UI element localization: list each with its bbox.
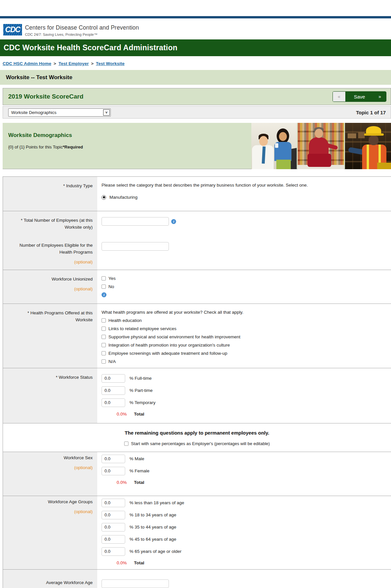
unionized-info-row: i (102, 292, 386, 297)
average-age-input[interactable] (102, 579, 169, 588)
total-employees-label: * Total Number of Employees (at this Wor… (12, 217, 93, 231)
manufacturing-radio[interactable] (102, 195, 106, 200)
supportive-environment-checkbox[interactable] (102, 335, 106, 339)
age-under18-input[interactable] (102, 499, 125, 507)
agency-name: Centers for Disease Control and Preventi… (25, 24, 139, 31)
permanent-note-text: The remaining questions apply to permane… (3, 430, 391, 436)
na-checkbox[interactable] (102, 359, 106, 364)
row-workforce-sex: Workforce Sex (optional) % Male % Female… (3, 452, 391, 496)
row-industry-type: * Industry Type Please select the catego… (3, 177, 391, 211)
age-35-44-row: % 35 to 44 years of age (102, 523, 386, 531)
age-35-44-input[interactable] (102, 523, 125, 531)
male-row: % Male (102, 455, 386, 463)
age-groups-optional: (optional) (12, 509, 93, 515)
row-workforce-unionized: Workforce Unionized (optional) Yes No i (3, 270, 391, 304)
fulltime-percent-input[interactable] (102, 374, 125, 383)
industry-type-prompt: Please select the category that best des… (102, 183, 386, 188)
row-health-programs: * Health Programs Offered at this Worksi… (3, 304, 391, 368)
previous-topic-button[interactable]: « (333, 92, 345, 102)
save-button[interactable]: Save (345, 92, 374, 102)
row-workforce-status: * Workforce Status % Full-time % Part-ti… (3, 368, 391, 423)
health-programs-prompt: What health programs are offered at your… (102, 310, 386, 315)
topic-select[interactable]: Worksite Demographics ˅ (8, 108, 111, 117)
workforce-sex-optional: (optional) (12, 464, 93, 471)
next-topic-button[interactable]: » (374, 92, 386, 102)
row-employee-counts: * Total Number of Employees (at this Wor… (3, 211, 391, 270)
info-icon[interactable]: i (171, 219, 176, 224)
chevron-left-icon: « (338, 94, 340, 99)
eligible-employees-input[interactable] (102, 242, 169, 251)
breadcrumb: CDC HSC Admin Home>Test Employer>Test Wo… (3, 61, 391, 66)
age-under18-row: % less than 18 years of age (102, 499, 386, 507)
breadcrumb-separator: > (54, 61, 56, 66)
info-icon[interactable]: i (102, 292, 106, 297)
status-total-label: Total (134, 412, 144, 417)
female-row: % Female (102, 467, 386, 475)
sex-total-value: 0.0% (117, 480, 127, 485)
breadcrumb-link-admin-home[interactable]: CDC HSC Admin Home (3, 61, 51, 66)
cdc-logo[interactable]: CDC (3, 24, 22, 35)
health-program-option: Integration of health promotion into you… (102, 343, 386, 348)
topic-select-value: Worksite Demographics (11, 110, 57, 115)
health-education-checkbox[interactable] (102, 318, 106, 323)
workforce-status-label: * Workforce Status (3, 368, 97, 423)
age-65plus-input[interactable] (102, 547, 125, 556)
chevron-right-icon: » (379, 94, 381, 99)
total-employees-input[interactable] (102, 217, 169, 226)
age-total-value: 0.0% (117, 560, 127, 565)
age-45-64-input[interactable] (102, 535, 125, 544)
health-programs-label: * Health Programs Offered at this Worksi… (3, 304, 97, 368)
unionized-option-no: No (102, 284, 386, 289)
male-percent-input[interactable] (102, 455, 125, 463)
row-average-age: Average Workforce Age (optional) (3, 570, 391, 588)
female-percent-input[interactable] (102, 467, 125, 475)
top-whitespace (0, 0, 391, 16)
worksite-title-band: Worksite -- Test Worksite (0, 70, 391, 85)
temporary-row: % Temporary (102, 398, 386, 407)
health-program-option: N/A (102, 359, 386, 364)
required-note: *Required (63, 145, 83, 149)
demographics-form: * Industry Type Please select the catego… (3, 176, 391, 588)
agency-tagline: CDC 24/7: Saving Lives, Protecting Peopl… (25, 33, 139, 36)
same-percentages-label: Start with same percentages as Employer'… (131, 441, 270, 446)
row-permanent-note: The remaining questions apply to permane… (3, 423, 391, 452)
photo-grocery-worker (298, 123, 344, 169)
app-title-banner: CDC Worksite Health ScoreCard Administra… (0, 39, 391, 56)
status-total-value: 0.0% (117, 412, 127, 417)
same-percentages-checkbox[interactable] (124, 441, 128, 446)
save-button-group: « Save » (333, 91, 386, 102)
age-65plus-row: % 65 years of age or older (102, 547, 386, 556)
dropdown-arrow-icon[interactable]: ˅ (103, 109, 110, 116)
employee-services-checkbox[interactable] (102, 327, 106, 331)
age-groups-total: 0.0% Total (102, 560, 386, 565)
topic-title: Worksite Demographics (8, 132, 72, 139)
top-navy-bar (0, 16, 391, 18)
unionized-optional: (optional) (12, 286, 93, 293)
age-18-34-input[interactable] (102, 511, 125, 519)
parttime-row: % Part-time (102, 386, 386, 395)
worksite-title: Worksite -- Test Worksite (6, 74, 72, 81)
industry-option-manufacturing: Manufacturing (102, 195, 386, 200)
employee-screenings-checkbox[interactable] (102, 351, 106, 355)
scorecard-panel: 2019 Worksite ScoreCard « Save » Worksit… (3, 88, 391, 119)
temporary-percent-input[interactable] (102, 398, 125, 407)
breadcrumb-link-worksite[interactable]: Test Worksite (96, 61, 125, 66)
unionized-no-checkbox[interactable] (102, 284, 106, 289)
unionized-option-yes: Yes (102, 276, 386, 281)
topic-counter: Topic 1 of 17 (356, 110, 386, 115)
integration-culture-checkbox[interactable] (102, 343, 106, 347)
unionized-yes-checkbox[interactable] (102, 276, 106, 281)
topic-points-line: {0} of {1} Points for this Topic*Require… (8, 145, 83, 149)
parttime-percent-input[interactable] (102, 386, 125, 395)
same-percentages-row: Start with same percentages as Employer'… (3, 441, 391, 446)
age-18-34-row: % 18 to 34 years of age (102, 511, 386, 519)
workforce-sex-label: Workforce Sex (12, 455, 93, 462)
photo-warehouse-worker (345, 123, 391, 169)
photo-office-workers (251, 123, 297, 169)
average-age-label: Average Workforce Age (12, 579, 93, 586)
manufacturing-radio-label: Manufacturing (109, 195, 138, 200)
sex-total-label: Total (134, 480, 144, 485)
breadcrumb-link-employer[interactable]: Test Employer (58, 61, 89, 66)
age-groups-label: Workforce Age Groups (12, 499, 93, 506)
health-program-option: Health education (102, 318, 386, 323)
